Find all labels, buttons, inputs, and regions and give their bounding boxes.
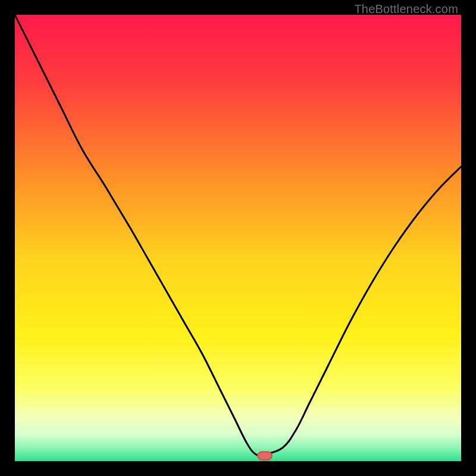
- attribution-label: TheBottleneck.com: [354, 2, 458, 16]
- optimal-point-marker: [258, 452, 272, 460]
- gradient-background: [15, 15, 461, 461]
- chart-frame: TheBottleneck.com: [0, 0, 476, 476]
- bottleneck-chart: [15, 15, 461, 461]
